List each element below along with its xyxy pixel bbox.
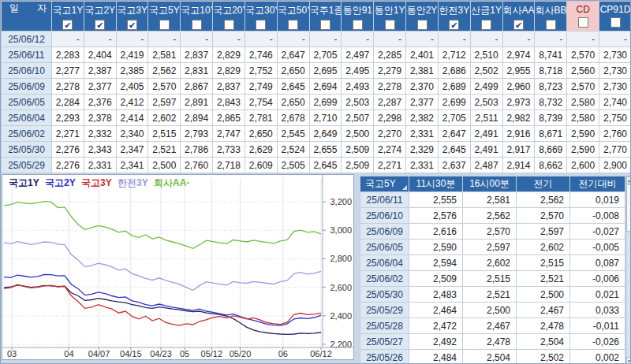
column-checkbox[interactable]: ✔: [62, 20, 73, 30]
date-cell[interactable]: 25/06/05: [2, 95, 52, 110]
rate-cell: 2,747: [213, 126, 245, 142]
change-cell: -0,027: [570, 224, 625, 240]
rate-1130-cell: 2,594: [409, 255, 463, 271]
column-checkbox[interactable]: [385, 20, 395, 30]
rate-cell: 2,503: [470, 95, 502, 110]
column-header-국고5Y: 국고5Y: [148, 2, 181, 32]
date-cell[interactable]: 25/05/29: [360, 303, 409, 318]
date-cell[interactable]: 25/06/10: [360, 208, 409, 224]
column-checkbox[interactable]: [159, 20, 170, 30]
column-label: 국고2Y: [84, 4, 116, 17]
date-cell[interactable]: 25/06/10: [2, 63, 52, 79]
rate-cell: 2,645: [309, 158, 342, 173]
date-cell[interactable]: 25/05/26: [360, 350, 409, 364]
rate-cell: 2,760: [181, 158, 213, 173]
sorted-column-header[interactable]: 국고5Y: [360, 176, 409, 192]
date-cell[interactable]: 25/05/28: [360, 318, 409, 334]
daily-rates-table: 일 자국고1Y✔국고2Y✔국고3Y✔국고5Y국고10Y국고20Y국고30Y국고5…: [1, 1, 631, 173]
change-cell: 0,087: [570, 255, 625, 271]
column-label: 국고1Y: [52, 4, 84, 17]
column-checkbox[interactable]: [256, 20, 266, 30]
rate-cell: 2,500: [148, 158, 181, 173]
date-cell[interactable]: 25/06/02: [2, 126, 52, 142]
prev-rate-cell: 2,504: [517, 334, 570, 350]
date-cell[interactable]: 25/06/02: [360, 271, 409, 287]
column-checkbox[interactable]: [192, 20, 202, 30]
date-cell[interactable]: 25/05/30: [360, 287, 409, 303]
column-header-통안91: 통안91: [342, 2, 374, 32]
column-label: CP91D: [599, 4, 631, 15]
scrollbar-thumb[interactable]: [626, 184, 631, 232]
rate-cell: 2,602: [148, 110, 181, 126]
prev-rate-cell: 2,562: [517, 192, 570, 208]
prev-rate-cell: 2,502: [517, 350, 570, 364]
date-cell[interactable]: 25/06/09: [360, 224, 409, 240]
column-checkbox[interactable]: [224, 20, 234, 30]
column-checkbox[interactable]: [353, 20, 363, 30]
rate-cell: 2,510: [470, 47, 502, 63]
prev-rate-cell: 2,478: [517, 318, 570, 334]
scroll-down-icon[interactable]: ▼: [626, 357, 631, 364]
date-cell[interactable]: 25/05/29: [2, 158, 52, 173]
rate-cell: 2,750: [599, 110, 631, 126]
column-checkbox[interactable]: ✔: [513, 20, 524, 30]
table-row: 25/06/092,2782,3772,4052,5702,8672,8372,…: [2, 79, 631, 95]
date-cell[interactable]: 25/06/09: [2, 79, 52, 95]
rate-cell: 2,590: [567, 142, 599, 158]
column-checkbox[interactable]: [610, 17, 621, 28]
rate-cell: 2,270: [374, 126, 406, 142]
table-row: 25/06/102,2772,3872,3852,5622,8312,8292,…: [2, 63, 631, 79]
column-header-국고2Y: 국고2Y✔: [84, 2, 116, 32]
change-cell: -0,005: [570, 240, 625, 255]
rate-cell: -: [245, 32, 277, 47]
rate-cell: 2,377: [84, 79, 116, 95]
table-scrollbar[interactable]: ▲ ▼: [625, 176, 631, 364]
date-cell[interactable]: 25/06/11: [2, 47, 52, 63]
column-label: 국고5Y: [148, 4, 180, 17]
rate-cell: 2,629: [245, 142, 277, 158]
column-checkbox[interactable]: ✔: [95, 20, 105, 30]
rate-cell: 2,916: [502, 126, 535, 142]
date-cell[interactable]: 25/05/30: [2, 142, 52, 158]
quote-column-header[interactable]: 16시00분: [463, 176, 517, 192]
rate-1130-cell: 2,472: [409, 318, 463, 334]
date-cell[interactable]: 25/06/04: [2, 110, 52, 126]
column-checkbox[interactable]: [546, 20, 556, 30]
column-checkbox[interactable]: [578, 17, 588, 28]
rate-cell: 2,686: [438, 63, 470, 79]
quote-column-header[interactable]: 전기대비: [570, 176, 625, 192]
rate-cell: 2,387: [84, 63, 116, 79]
date-cell[interactable]: 25/05/27: [360, 334, 409, 350]
column-checkbox[interactable]: [417, 20, 428, 30]
rate-cell: 2,509: [342, 142, 374, 158]
date-cell[interactable]: 25/06/12: [2, 32, 52, 47]
rate-cell: 2,699: [309, 95, 342, 110]
rate-cell: 2,412: [116, 95, 148, 110]
table-row: 25/06/052,2842,3762,4122,5972,8912,8432,…: [2, 95, 631, 110]
quote-column-header[interactable]: 전기: [517, 176, 570, 192]
rate-cell: 2,705: [309, 47, 342, 63]
column-checkbox[interactable]: [288, 20, 298, 30]
column-checkbox[interactable]: ✔: [449, 20, 459, 30]
rate-cell: 2,580: [567, 95, 599, 110]
rate-cell: 2,974: [502, 47, 535, 63]
column-checkbox[interactable]: [481, 20, 491, 30]
rate-cell: 2,505: [277, 158, 309, 173]
date-cell[interactable]: 25/06/05: [360, 240, 409, 255]
rate-cell: 2,581: [148, 47, 181, 63]
column-label: 통안1Y: [374, 4, 405, 17]
column-checkbox[interactable]: ✔: [127, 20, 137, 30]
svg-text:05/12: 05/12: [201, 349, 223, 358]
date-cell[interactable]: 25/06/11: [360, 192, 409, 208]
quote-column-header[interactable]: 11시30분: [409, 176, 463, 192]
column-checkbox[interactable]: [320, 20, 330, 30]
date-column-header: 일 자: [2, 2, 52, 32]
scroll-up-icon[interactable]: ▲: [626, 176, 631, 184]
rate-cell: 2,284: [52, 95, 84, 110]
column-header-국고1Y: 국고1Y✔: [52, 2, 84, 32]
rate-cell: 2,760: [599, 126, 631, 142]
date-cell[interactable]: 25/06/04: [360, 255, 409, 271]
prev-rate-cell: 2,521: [517, 271, 570, 287]
rate-cell: -: [148, 32, 181, 47]
column-header-CD: CD: [567, 2, 599, 32]
